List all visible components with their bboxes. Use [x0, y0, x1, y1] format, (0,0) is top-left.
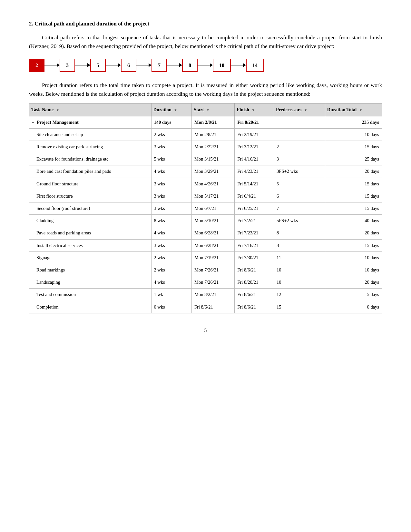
task-duration-total: 20 days	[325, 165, 382, 178]
table-row: First floor structure 3 wks Mon 5/17/21 …	[29, 190, 382, 202]
task-finish: Fri 6/25/21	[235, 202, 274, 215]
task-start: Mon 8/2/21	[192, 289, 235, 301]
task-predecessors: 15	[274, 301, 325, 313]
cp-arrow-2	[106, 63, 121, 67]
group-finish: Fri 8/20/21	[235, 116, 274, 128]
task-name: Test and commission	[29, 289, 152, 301]
task-duration: 4 wks	[151, 227, 192, 239]
col-header-predecessors[interactable]: Predecessors ▼	[274, 103, 325, 116]
table-row: Excavate for foundations, drainage etc. …	[29, 153, 382, 165]
collapse-icon[interactable]: −	[32, 120, 34, 125]
sort-icon-duration-total: ▼	[359, 108, 362, 112]
task-duration: 2 wks	[151, 264, 192, 276]
task-duration-total: 10 days	[325, 128, 382, 141]
task-start: Mon 5/17/21	[192, 190, 235, 202]
table-row: Bore and cast foundation piles and pads …	[29, 165, 382, 178]
cp-node-2: 2	[29, 59, 44, 72]
task-name: Site clearance and set-up	[29, 128, 152, 141]
cp-arrow-0	[44, 63, 60, 67]
task-duration: 4 wks	[151, 276, 192, 289]
task-duration-total: 20 days	[325, 227, 382, 239]
critical-path-diagram: 2356781014	[29, 59, 382, 72]
task-duration: 3 wks	[151, 202, 192, 215]
task-duration: 3 wks	[151, 178, 192, 190]
task-finish: Fri 7/2/21	[235, 215, 274, 227]
table-row: Remove existing car park surfacing 3 wks…	[29, 141, 382, 153]
section-heading: 2. Critical path and planned duration of…	[29, 19, 382, 28]
task-duration-total: 25 days	[325, 153, 382, 165]
task-duration: 5 wks	[151, 153, 192, 165]
task-duration-total: 10 days	[325, 251, 382, 264]
task-name: Cladding	[29, 215, 152, 227]
task-name: Bore and cast foundation piles and pads	[29, 165, 152, 178]
task-name: Ground floor structure	[29, 178, 152, 190]
group-name: − Project Management	[29, 116, 152, 128]
table-row: Pave roads and parking areas 4 wks Mon 6…	[29, 227, 382, 239]
group-duration: 140 days	[151, 116, 192, 128]
col-header-duration-total[interactable]: Duration Total ▼	[325, 103, 382, 116]
task-finish: Fri 3/12/21	[235, 141, 274, 153]
task-start: Mon 6/28/21	[192, 239, 235, 251]
task-name: Landscaping	[29, 276, 152, 289]
task-duration-total: 5 days	[325, 289, 382, 301]
col-header-duration[interactable]: Duration ▼	[151, 103, 192, 116]
task-name: Signage	[29, 251, 152, 264]
task-name: Road markings	[29, 264, 152, 276]
table-row: Ground floor structure 3 wks Mon 4/26/21…	[29, 178, 382, 190]
task-name: Remove existing car park surfacing	[29, 141, 152, 153]
task-start: Mon 2/22/21	[192, 141, 235, 153]
task-name: Second floor (roof structure)	[29, 202, 152, 215]
task-duration-total: 15 days	[325, 141, 382, 153]
task-duration-total: 15 days	[325, 190, 382, 202]
cp-node-8: 8	[182, 59, 198, 72]
task-start: Mon 3/29/21	[192, 165, 235, 178]
task-duration: 1 wk	[151, 289, 192, 301]
task-finish: Fri 7/23/21	[235, 227, 274, 239]
task-duration: 3 wks	[151, 239, 192, 251]
col-header-start[interactable]: Start ▼	[192, 103, 235, 116]
task-duration-total: 40 days	[325, 215, 382, 227]
cp-arrow-6	[231, 63, 246, 67]
task-duration-total: 15 days	[325, 202, 382, 215]
task-predecessors: 6	[274, 190, 325, 202]
sort-icon-finish: ▼	[252, 108, 255, 112]
task-predecessors	[274, 128, 325, 141]
task-duration-total: 10 days	[325, 264, 382, 276]
task-finish: Fri 8/6/21	[235, 289, 274, 301]
task-start: Mon 7/19/21	[192, 251, 235, 264]
task-duration: 3 wks	[151, 190, 192, 202]
cp-arrow-1	[75, 63, 90, 67]
task-name: First floor structure	[29, 190, 152, 202]
task-finish: Fri 8/6/21	[235, 264, 274, 276]
task-predecessors: 10	[274, 276, 325, 289]
col-header-task-name[interactable]: Task Name ▼	[29, 103, 152, 116]
task-name: Completion	[29, 301, 152, 313]
col-header-finish[interactable]: Finish ▼	[235, 103, 274, 116]
task-duration-total: 15 days	[325, 239, 382, 251]
task-predecessors: 11	[274, 251, 325, 264]
task-table: Task Name ▼ Duration ▼ Start ▼ Finish ▼ …	[29, 103, 382, 313]
task-finish: Fri 5/14/21	[235, 178, 274, 190]
task-duration-total: 20 days	[325, 276, 382, 289]
task-finish: Fri 6/4/21	[235, 190, 274, 202]
cp-node-6: 6	[121, 59, 136, 72]
table-row: Completion 0 wks Fri 8/6/21 Fri 8/6/21 1…	[29, 301, 382, 313]
task-duration: 0 wks	[151, 301, 192, 313]
task-predecessors: 12	[274, 289, 325, 301]
sort-icon-task: ▼	[56, 108, 59, 112]
task-name: Excavate for foundations, drainage etc.	[29, 153, 152, 165]
sort-icon-duration: ▼	[174, 108, 177, 112]
section-para1: Critical path refers to that longest seq…	[29, 33, 382, 51]
cp-node-14: 14	[246, 59, 264, 72]
task-name: Install electrical services	[29, 239, 152, 251]
task-predecessors: 5	[274, 178, 325, 190]
task-duration-total: 15 days	[325, 178, 382, 190]
task-start: Mon 6/7/21	[192, 202, 235, 215]
task-name: Pave roads and parking areas	[29, 227, 152, 239]
task-duration-total: 0 days	[325, 301, 382, 313]
cp-node-7: 7	[152, 59, 167, 72]
section-para2: Project duration refers to the total tim…	[29, 81, 382, 98]
cp-arrow-3	[136, 63, 152, 67]
task-predecessors: 8	[274, 239, 325, 251]
task-start: Mon 2/8/21	[192, 128, 235, 141]
